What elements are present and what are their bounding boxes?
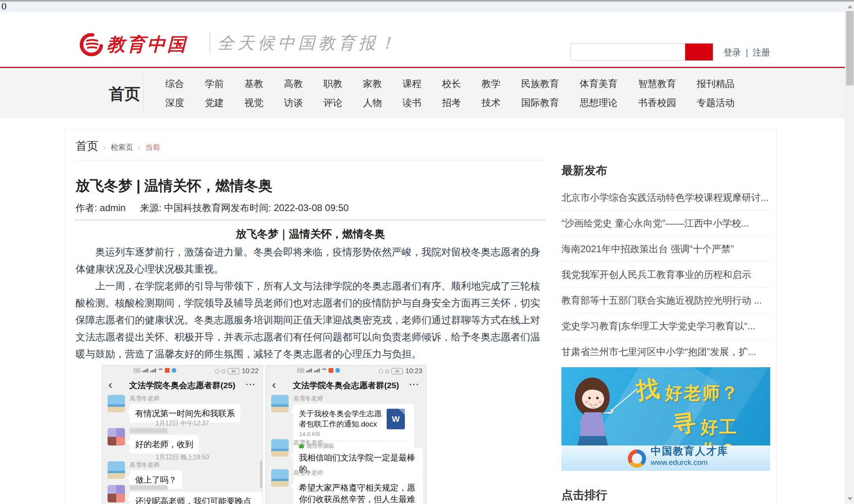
- chat-message: 好的老师，收到: [108, 428, 199, 453]
- nav-link-tiyumeiyu[interactable]: 体育美育: [580, 77, 618, 90]
- nav-link-jishu[interactable]: 技术: [482, 96, 501, 109]
- list-item[interactable]: 北京市小学综合实践活动特色学校课程观摩研讨...: [561, 185, 770, 211]
- brand-url: www.edurck.com: [651, 458, 728, 467]
- nav-link-sixianglilun[interactable]: 思想理论: [580, 96, 618, 109]
- horizontal-scrollbar[interactable]: [0, 0, 854, 2]
- nav-link-shendu[interactable]: 深度: [165, 96, 184, 109]
- nfc-icon: [221, 369, 227, 374]
- nav-link-jijiao[interactable]: 基教: [244, 77, 263, 90]
- nav-col: 体育美育思想理论: [569, 77, 628, 109]
- scroll-up-arrow[interactable]: [845, 2, 854, 12]
- breadcrumb-home[interactable]: 首页: [76, 138, 98, 154]
- avatar: [108, 485, 125, 502]
- ad-banner[interactable]: 找 好老师？ 寻 好工作？ 中国教育人才库 www.edurck.com: [561, 367, 770, 471]
- site-header: 教育中国 全天候中国教育报！ 登录 | 注册: [0, 12, 854, 68]
- nav-link-jiaoxue[interactable]: 教学: [482, 77, 501, 90]
- list-item[interactable]: 我党我军开创人民兵工教育事业的历程和启示: [561, 262, 770, 288]
- login-link[interactable]: 登录: [724, 47, 741, 59]
- nav-link-zhuantihuodong[interactable]: 专题活动: [697, 96, 735, 109]
- nav-link-renwu[interactable]: 人物: [363, 96, 382, 109]
- avatar: [108, 461, 125, 479]
- eye-protect-icon: [379, 369, 383, 374]
- chat-message: 高雪冬老师 有情况第一时间先和我联系: [108, 395, 240, 423]
- wifi-icon: [158, 368, 163, 372]
- article-paragraph: 上一周，在学院老师的引导与带领下，所有人文与法律学院的冬奥志愿者们有序、顺利地完…: [76, 277, 545, 362]
- sender-name: 高雪冬老师: [293, 395, 414, 402]
- site-logo[interactable]: 教育中国: [78, 32, 187, 57]
- app-badge-icon: [165, 368, 170, 373]
- list-item[interactable]: 海南2021年中招政策出台 强调“十个严禁”: [561, 236, 770, 262]
- article-heading: 放飞冬梦｜温情关怀，燃情冬奥: [76, 227, 545, 241]
- nav-link-guojijiaoyu[interactable]: 国际教育: [521, 96, 559, 109]
- file-size: 14.0 KB: [299, 430, 383, 437]
- eye-protect-icon: [215, 369, 219, 374]
- content-container: 首页 › 检索页 › 当前 放飞冬梦 | 温情关怀，燃情冬奥 作者: admin…: [65, 129, 777, 504]
- more-icon[interactable]: ⋯: [245, 378, 256, 391]
- nav-col: 基教视觉: [234, 77, 274, 109]
- main-nav: 首页 综合深度 学前党建 基教视觉 高教访谈 职教评论 家教人物 课程读书 校长…: [0, 68, 854, 119]
- chat-title: 文法学院冬奥会志愿者群(25): [102, 380, 263, 391]
- nfc-icon: [385, 369, 390, 374]
- nav-link-zhihuijiaoyu[interactable]: 智慧教育: [638, 77, 676, 90]
- nav-link-jiajiao[interactable]: 家教: [363, 77, 382, 90]
- nav-link-dushu[interactable]: 读书: [402, 96, 421, 109]
- browser-viewport: 0 教育中国 全天候中国教育报！ 登录 | 注册: [0, 0, 854, 504]
- battery-icon: 82: [391, 368, 403, 374]
- list-item[interactable]: 教育部等十五部门联合实施近视防控光明行动 ...: [561, 288, 770, 313]
- nav-col: 职教评论: [313, 77, 353, 109]
- latest-posts-list: 北京市小学综合实践活动特色学校课程观摩研讨... “沙画绘党史 童心永向党”——…: [561, 185, 770, 365]
- banner-text-big2: 寻: [671, 407, 697, 440]
- article-author: 作者: admin: [76, 202, 126, 213]
- status-time: 10:22: [242, 367, 259, 375]
- nav-home[interactable]: 首页: [109, 83, 140, 105]
- nav-link-shuxiangxiaoyuan[interactable]: 书香校园: [638, 96, 676, 109]
- file-name: 关于我校冬奥会学生志愿者包联工作的通知.docx: [299, 409, 383, 429]
- more-icon[interactable]: ⋯: [409, 378, 420, 391]
- nav-link-baokanjingpin[interactable]: 报刊精品: [697, 77, 735, 90]
- breadcrumb-chevron-icon: ›: [103, 143, 106, 152]
- nav-col: 学前党建: [195, 77, 234, 109]
- nav-link-xiaozhang[interactable]: 校长: [442, 77, 461, 90]
- search-button[interactable]: [685, 43, 713, 60]
- top-strip: 0: [0, 2, 854, 12]
- nav-link-minzujiaoyu[interactable]: 民族教育: [521, 77, 559, 90]
- nav-link-dangjian[interactable]: 党建: [205, 96, 224, 109]
- article-source: 来源: 中国科技教育网: [140, 202, 231, 213]
- battery-icon: 82: [228, 368, 239, 374]
- avatar: [108, 428, 125, 445]
- list-item[interactable]: 甘肃省兰州市七里河区中小学“抱团”发展，扩...: [561, 339, 770, 365]
- nav-link-zhaokao[interactable]: 招考: [442, 96, 461, 109]
- message-bubble: 好的老师，收到: [130, 435, 199, 453]
- status-time: 10:23: [405, 367, 422, 375]
- vertical-scrollbar[interactable]: [845, 0, 854, 504]
- nav-link-gaojiao[interactable]: 高教: [284, 77, 303, 90]
- register-link[interactable]: 注册: [753, 47, 770, 59]
- breadcrumb-search-page[interactable]: 检索页: [111, 142, 133, 153]
- list-item[interactable]: 党史学习教育|东华理工大学党史学习教育以“...: [561, 313, 770, 339]
- nav-link-shijue[interactable]: 视觉: [244, 96, 263, 109]
- nav-link-zhijiao[interactable]: 职教: [323, 77, 342, 90]
- nav-link-kecheng[interactable]: 课程: [402, 77, 421, 90]
- signal-bars-icon: [150, 368, 156, 372]
- search-input[interactable]: [571, 43, 685, 60]
- avatar: [271, 469, 289, 487]
- scroll-down-arrow[interactable]: [845, 494, 854, 504]
- breadcrumb-current: 当前: [145, 142, 160, 153]
- sender-name: 高雪冬老师: [130, 395, 240, 402]
- chat-scrollbar[interactable]: [260, 461, 262, 488]
- click-ranking-title: 点击排行: [561, 487, 607, 503]
- logo-emblem-icon: [78, 33, 104, 56]
- list-item[interactable]: “沙画绘党史 童心永向党”——江西中小学校...: [561, 211, 770, 236]
- nav-link-pinglun[interactable]: 评论: [323, 96, 342, 109]
- article-title: 放飞冬梦 | 温情关怀，燃情冬奥: [76, 176, 545, 196]
- article-pubtime: 发布时间: 2022-03-08 09:50: [231, 202, 349, 213]
- message-bubble: 还没呢高老师，我们可能要晚点估计得九点了: [130, 492, 263, 504]
- nav-divider: [143, 74, 144, 112]
- scrollbar-thumb[interactable]: [846, 11, 854, 85]
- nav-link-fangtan[interactable]: 访谈: [284, 96, 303, 109]
- chat-timestamp: 1月12日 中午12:37: [102, 419, 263, 428]
- breadcrumb: 首页 › 检索页 › 当前: [76, 138, 160, 154]
- nav-link-xueqian[interactable]: 学前: [205, 77, 224, 90]
- nav-col: 民族教育国际教育: [511, 77, 569, 109]
- nav-link-zonghe[interactable]: 综合: [165, 77, 184, 90]
